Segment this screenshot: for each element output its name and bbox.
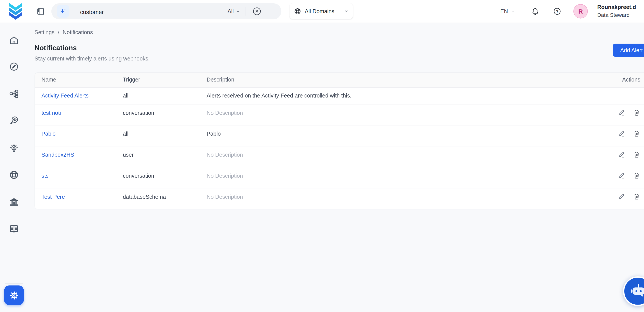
- left-sidebar: [0, 23, 28, 312]
- add-alert-button[interactable]: Add Alert: [613, 44, 644, 57]
- domains-label: All Domains: [305, 8, 334, 14]
- description-cell: No Description: [200, 104, 585, 116]
- explore-compass-icon[interactable]: [8, 61, 19, 72]
- name-link[interactable]: Test Pere: [42, 194, 65, 200]
- top-bar: All All Domains EN: [0, 0, 644, 23]
- edit-pencil-icon[interactable]: [618, 109, 625, 116]
- breadcrumb-separator: /: [58, 29, 59, 35]
- header-description: Description: [200, 73, 585, 83]
- search-filter-dropdown[interactable]: All: [228, 3, 240, 19]
- table-row: Activity Feed Alerts all Alerts received…: [35, 88, 644, 104]
- table-header-row: Name Trigger Description Actions: [35, 73, 644, 88]
- page-subtitle: Stay current with timely alerts using we…: [34, 55, 150, 62]
- delete-trash-icon[interactable]: [633, 193, 640, 200]
- trigger-cell: all: [116, 88, 200, 99]
- page-title: Notifications: [34, 44, 77, 52]
- trigger-cell: user: [116, 146, 200, 158]
- svg-text:?: ?: [556, 9, 558, 14]
- edit-pencil-icon[interactable]: [618, 193, 625, 200]
- chevron-down-icon: [236, 9, 240, 14]
- search-divider: [246, 7, 246, 16]
- name-link[interactable]: Pablo: [42, 131, 56, 137]
- table-row: Test Pere databaseSchema No Description: [35, 188, 644, 209]
- assistant-chat-button[interactable]: [623, 276, 644, 306]
- delete-trash-icon[interactable]: [633, 151, 640, 159]
- search-filter-label: All: [228, 8, 234, 15]
- user-role: Data Steward: [597, 11, 636, 19]
- govern-bank-icon[interactable]: [8, 197, 19, 207]
- trigger-cell: databaseSchema: [116, 188, 200, 200]
- breadcrumb-settings[interactable]: Settings: [34, 29, 55, 35]
- collate-logo[interactable]: [8, 3, 24, 20]
- globe-icon: [294, 7, 302, 15]
- no-actions-placeholder: - -: [620, 92, 626, 99]
- breadcrumb: Settings / Notifications: [34, 29, 93, 35]
- chevron-down-icon: [510, 9, 515, 13]
- name-link[interactable]: Activity Feed Alerts: [42, 92, 88, 99]
- header-trigger: Trigger: [116, 73, 200, 83]
- notifications-table: Name Trigger Description Actions Activit…: [34, 72, 644, 209]
- panel-toggle-icon[interactable]: [36, 7, 45, 16]
- description-cell: Alerts received on the Activity Feed are…: [200, 88, 585, 99]
- header-name: Name: [35, 73, 116, 83]
- domains-globe-icon[interactable]: [8, 169, 19, 180]
- edit-pencil-icon[interactable]: [618, 130, 625, 137]
- breadcrumb-notifications: Notifications: [62, 29, 93, 35]
- actions-cell: [585, 125, 644, 137]
- robot-chat-icon: [630, 283, 644, 299]
- global-search-bar[interactable]: All: [52, 3, 282, 19]
- edit-pencil-icon[interactable]: [618, 151, 625, 159]
- bell-icon[interactable]: [531, 7, 540, 16]
- user-avatar[interactable]: R: [573, 4, 588, 19]
- name-link[interactable]: test noti: [42, 110, 61, 116]
- language-label: EN: [500, 8, 508, 15]
- table-row: Pablo all Pablo: [35, 125, 644, 146]
- table-row: sts conversation No Description: [35, 167, 644, 188]
- avatar-initial: R: [578, 8, 583, 15]
- app-root: All All Domains EN: [0, 0, 644, 312]
- user-menu[interactable]: Rounakpreet.d Data Steward: [597, 3, 636, 19]
- glossary-book-icon[interactable]: [8, 223, 19, 234]
- actions-cell: [585, 146, 644, 158]
- name-link[interactable]: Sandbox2HS: [42, 152, 74, 158]
- name-link[interactable]: sts: [42, 173, 48, 179]
- table-row: test noti conversation No Description: [35, 104, 644, 125]
- domains-selector[interactable]: All Domains: [290, 3, 353, 19]
- help-icon[interactable]: ?: [553, 7, 561, 16]
- description-cell: Pablo: [200, 125, 585, 137]
- description-cell: No Description: [200, 167, 585, 179]
- home-icon[interactable]: [8, 35, 19, 46]
- actions-cell: [585, 188, 644, 200]
- delete-trash-icon[interactable]: [633, 130, 640, 137]
- user-name: Rounakpreet.d: [597, 3, 636, 11]
- observability-icon[interactable]: [8, 115, 19, 126]
- edit-pencil-icon[interactable]: [618, 172, 625, 180]
- clear-search-icon[interactable]: [252, 7, 262, 16]
- language-selector[interactable]: EN: [500, 0, 514, 23]
- header-actions: Actions: [585, 73, 644, 83]
- search-input[interactable]: [79, 3, 245, 20]
- settings-gear-button[interactable]: [4, 285, 24, 305]
- trigger-cell: conversation: [116, 104, 200, 116]
- insights-icon[interactable]: [8, 143, 19, 154]
- trigger-cell: all: [116, 125, 200, 137]
- description-cell: No Description: [200, 146, 585, 158]
- ai-sparkle-icon[interactable]: [57, 5, 69, 18]
- chevron-down-icon: [344, 9, 349, 13]
- delete-trash-icon[interactable]: [633, 109, 640, 116]
- trigger-cell: conversation: [116, 167, 200, 179]
- actions-cell: [585, 167, 644, 179]
- delete-trash-icon[interactable]: [633, 172, 640, 180]
- sidebar-divider: [5, 283, 23, 284]
- table-row: Sandbox2HS user No Description: [35, 146, 644, 167]
- description-cell: No Description: [200, 188, 585, 200]
- lineage-icon[interactable]: [8, 89, 19, 99]
- settings-gear-icon: [8, 290, 20, 301]
- actions-cell: [585, 104, 644, 116]
